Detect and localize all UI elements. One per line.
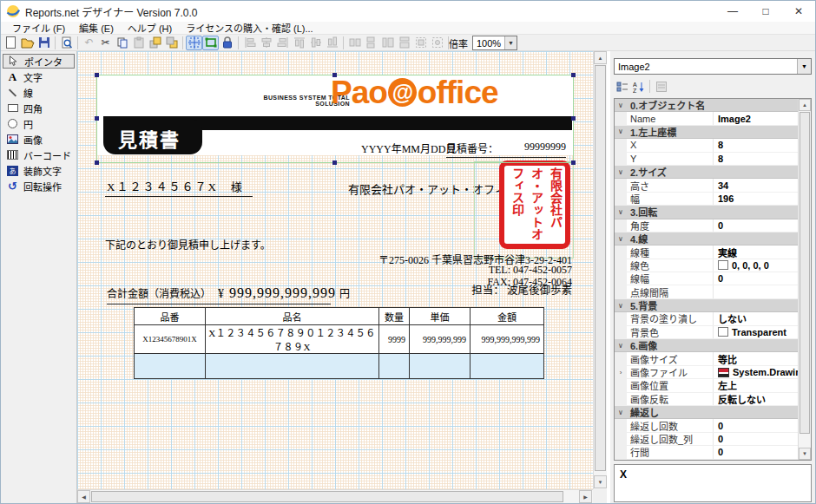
quote-number[interactable]: 見積番号： 99999999 (446, 141, 566, 158)
tool-image[interactable]: 画像 (3, 132, 75, 147)
property-row[interactable]: 線種実線 (615, 245, 798, 259)
property-row[interactable]: 線色0, 0, 0, 0 (615, 259, 798, 272)
align-center-horizontal-icon[interactable] (307, 36, 324, 50)
property-category-row[interactable]: ∨6.画像 (615, 339, 798, 352)
categorized-view-icon[interactable] (614, 79, 630, 94)
alphabetical-sort-icon[interactable]: AZ (630, 79, 647, 94)
property-row[interactable]: Y8 (615, 153, 798, 166)
grid-scroll-up-icon[interactable]: ▲ (799, 99, 811, 111)
show-grid-icon[interactable] (202, 36, 219, 50)
property-row[interactable]: ›画像ファイルSystem.Drawing. (615, 366, 798, 379)
selection-handle-top-left[interactable] (95, 73, 99, 77)
align-bottom-icon[interactable] (324, 36, 340, 50)
property-value[interactable]: しない (714, 312, 798, 324)
property-value[interactable]: 実線 (714, 245, 798, 258)
grow-height-icon[interactable] (396, 36, 412, 50)
header-image-object[interactable]: BUSINESS SYSTEM TOTAL SOLUSION Pao @ off… (96, 75, 574, 155)
property-value[interactable]: 196 (714, 193, 798, 205)
tool-text[interactable]: A 文字 (3, 69, 75, 84)
property-value[interactable]: 0 (714, 446, 798, 458)
property-value[interactable]: 0, 0, 0, 0 (714, 259, 798, 272)
property-value[interactable]: 0 (714, 272, 798, 285)
property-value[interactable]: System.Drawing. (714, 366, 798, 378)
property-category-row[interactable]: ∨5.背景 (615, 299, 798, 312)
tool-decorated-text[interactable]: あ 装飾文字 (3, 163, 75, 178)
property-category-row[interactable]: ∨2.サイズ (615, 166, 798, 179)
property-row[interactable]: 線幅0 (615, 272, 798, 285)
scroll-up-icon[interactable]: ▲ (594, 51, 607, 64)
category-collapse-icon[interactable]: ∨ (615, 299, 627, 311)
property-row[interactable]: 幅196 (615, 193, 798, 206)
menu-license[interactable]: ライセンスの購入・確認 (L)... (180, 22, 319, 34)
selection-handle-middle-left[interactable] (95, 116, 99, 121)
selection-handle-bottom-center[interactable] (332, 160, 337, 165)
property-value[interactable]: 8 (714, 153, 798, 165)
same-size-icon[interactable] (412, 36, 429, 50)
property-pages-icon[interactable] (653, 79, 669, 94)
customer-name-text[interactable]: X１２３４５６７X 様 (105, 178, 253, 197)
center-in-form-icon[interactable] (429, 36, 445, 50)
property-category-row[interactable]: ∨3.回転 (615, 206, 798, 219)
property-row[interactable]: 繰返し回数_列0 (615, 433, 798, 446)
property-category-row[interactable]: ∨繰返し (615, 406, 798, 419)
copy-icon[interactable] (114, 36, 130, 50)
align-top-icon[interactable] (291, 36, 307, 50)
property-row[interactable]: X8 (615, 139, 798, 152)
close-button[interactable]: ✕ (782, 1, 815, 22)
category-collapse-icon[interactable]: ∨ (615, 406, 627, 418)
property-value[interactable]: 8 (714, 139, 798, 151)
property-value[interactable]: 等比 (714, 352, 798, 364)
property-row[interactable]: 背景色Transparent (615, 326, 798, 339)
property-row[interactable]: 高さ34 (615, 179, 798, 192)
tool-rotate[interactable]: ↺ 回転操作 (3, 179, 75, 193)
property-value[interactable]: 0 (714, 219, 798, 232)
horizontal-scroll-thumb[interactable] (91, 491, 563, 502)
property-value[interactable]: 0 (714, 419, 798, 431)
property-value[interactable]: 左上 (714, 379, 798, 391)
category-collapse-icon[interactable]: ∨ (615, 206, 627, 218)
property-grid-scrollbar[interactable]: ▲ ▼ (798, 99, 811, 460)
selection-handle-middle-right[interactable] (571, 116, 576, 121)
paste-icon[interactable] (130, 36, 147, 50)
tool-barcode[interactable]: バーコード (3, 147, 75, 162)
category-collapse-icon[interactable]: ∨ (615, 166, 627, 178)
selection-handle-top-center[interactable] (332, 73, 337, 77)
tool-rectangle[interactable]: 四角 (3, 101, 75, 115)
horizontal-scrollbar[interactable]: ◀ ▶ (77, 489, 593, 503)
property-category-row[interactable]: ∨1.左上座標 (615, 126, 798, 139)
menu-file[interactable]: ファイル (F) (6, 22, 71, 34)
property-value[interactable] (714, 285, 798, 298)
property-value[interactable]: Transparent (714, 326, 798, 338)
company-seal-stamp[interactable]: 有限会社パオ・アットオフィス印 (499, 160, 570, 249)
selection-handle-top-right[interactable] (571, 73, 576, 77)
save-icon[interactable] (36, 36, 52, 50)
category-collapse-icon[interactable]: ∨ (615, 232, 627, 245)
send-to-back-icon[interactable] (163, 36, 180, 50)
selection-handle-bottom-right[interactable] (571, 160, 576, 165)
object-selector-arrow-icon[interactable]: ▼ (797, 59, 811, 74)
same-width-icon[interactable] (346, 36, 363, 50)
bring-to-front-icon[interactable] (147, 36, 163, 50)
align-center-vertical-icon[interactable] (258, 36, 274, 50)
grid-scroll-thumb[interactable] (800, 112, 810, 434)
property-row[interactable]: 画像サイズ等比 (615, 352, 798, 365)
representative-text[interactable]: 担当： 波尾後御歩素 (471, 281, 572, 298)
property-row[interactable]: 画像反転反転しない (615, 393, 798, 406)
scroll-right-icon[interactable]: ▶ (579, 490, 592, 503)
cut-icon[interactable]: ✂ (97, 36, 114, 50)
property-value[interactable]: 反転しない (714, 393, 798, 405)
scroll-down-icon[interactable]: ▼ (594, 475, 607, 488)
tool-circle[interactable]: 円 (3, 116, 75, 131)
open-file-icon[interactable] (19, 36, 36, 50)
same-height-icon[interactable] (363, 36, 379, 50)
tool-pointer[interactable]: ポインタ (3, 54, 75, 69)
property-category-row[interactable]: ∨0.オブジェクト名 (615, 99, 798, 112)
menu-help[interactable]: ヘルプ (H) (122, 22, 178, 34)
tel-text[interactable]: TEL: 047-452-0057 (489, 264, 572, 277)
new-document-icon[interactable] (3, 36, 19, 50)
zoom-select[interactable]: 100% ▼ (472, 36, 517, 50)
zoom-dropdown-arrow-icon[interactable]: ▼ (504, 36, 517, 49)
detail-table[interactable]: 品番 品名 数量 単価 金額 X12345678901X X１２３４５６７８９０… (134, 307, 544, 379)
category-collapse-icon[interactable]: ∨ (615, 99, 627, 111)
grid-scroll-down-icon[interactable]: ▼ (799, 448, 811, 460)
